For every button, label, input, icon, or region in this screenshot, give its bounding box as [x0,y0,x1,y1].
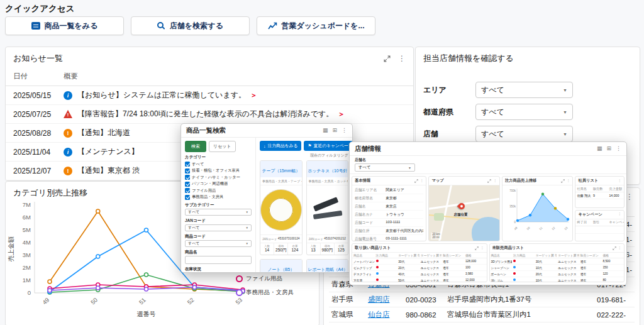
field-value: 関東エリア [386,187,404,193]
window-titlebar[interactable]: 商品一覧検索 ▦ ⊞ ⋮ [181,124,352,138]
grid-icon[interactable]: ▦ [597,146,602,151]
legend-item[interactable]: ファイル用品 [236,275,319,282]
menu-icon[interactable]: ⋮ [420,179,424,183]
product-card[interactable]: ノート（B5）事務用品・文房具・ノート・メモ [260,259,303,272]
checkbox-checked-icon[interactable] [185,168,190,174]
store-select[interactable]: すべて ▼ [475,126,573,142]
store-row[interactable]: 秋田県秋田店010-0951秋田県秋田市千秋公園 1018-888- [329,322,635,325]
menu-icon[interactable]: ⋮ [616,146,621,151]
menu-icon[interactable]: ⋮ [480,246,484,250]
menu-icon[interactable]: ⋮ [493,179,497,183]
expand-icon [414,179,418,183]
cell: ユニセックス [557,271,579,277]
search-button[interactable]: 検索 [185,141,206,152]
product-row[interactable]: シャープペン10代ユニセックス通年150 [490,265,625,271]
category-checkbox-row[interactable]: すべて [185,162,252,167]
stat-value: 125 [335,248,348,252]
product-row[interactable]: 消しゴム10代ユニセックス通年80 [490,277,625,283]
column-header: 商品名 [352,253,375,258]
notice-row[interactable]: 2025/07/25!【障害報告】7/24 18:00頃に発生した軽微な表示の不… [6,105,413,124]
store-row[interactable]: 岩手県盛岡店020-0023岩手県盛岡市内丸1番37号019-681- [329,292,635,307]
category-checkbox-row[interactable]: 事務用品・文房具 [185,194,252,200]
category-checkbox-row[interactable]: パソコン・周辺機器 [185,181,252,187]
notice-row[interactable]: 2025/05/15i【お知らせ】システムは正常に稼働しています。＞ [6,86,413,105]
checkbox-checked-icon[interactable] [185,182,190,187]
cell: 40代 [397,271,419,277]
checkbox-checked-icon[interactable] [185,175,190,180]
view-focus-products-button[interactable]: ↓ 注力商品をみる [260,141,301,151]
notice-link-arrow[interactable]: ＞ [338,109,345,119]
menu-icon[interactable]: ⋮ [618,179,622,183]
map-canvas[interactable]: 店舗位置 20 km 20 mi [429,185,499,241]
panel-title: 未販売商品リスト [492,245,525,251]
employee-row[interactable]: 佐藤 翔太914,000 [575,192,624,199]
product-code-select[interactable]: すべて▼ [185,240,252,247]
notice-link-arrow[interactable]: ＞ [250,91,257,100]
menu-icon[interactable]: ⋮ [618,246,622,250]
reset-button[interactable]: リセット [209,141,236,152]
product-link[interactable]: ホッチキス（10号針） [308,168,349,173]
add-panel-icon[interactable]: ⊞ [606,146,611,151]
product-row[interactable]: ボールペン20代ユニセックス通年120 [490,271,625,277]
cell [592,233,608,241]
product-row[interactable]: ゼムクリップ20代ユニセックス通年100 [352,265,487,271]
product-image [307,185,348,234]
category-checkbox-row[interactable]: ナイフ・ハサミ・カッター [185,175,252,180]
prefecture-select[interactable]: すべて ▼ [475,104,573,120]
menu-icon[interactable]: ⋮ [618,212,622,216]
checkbox-checked-icon[interactable] [185,162,190,167]
product-category: 事務用品・文房具・ホッチキス [307,177,348,185]
address-cell: 宮城県仙台市青葉区川内1 [445,307,594,322]
expand-icon[interactable] [384,55,391,62]
product-row[interactable]: 万年筆50代ユニセックス通年12,000 [352,277,487,283]
chevron-down-icon: ▼ [246,226,248,229]
product-link[interactable]: ノート（B5） [267,267,294,272]
red-dot-icon [513,260,516,262]
product-link[interactable]: レポート用紙（A4） [308,267,348,272]
store-link[interactable]: 盛岡店 [368,295,390,303]
product-row[interactable]: デスクライト40代ユニセックス通年3,980 [352,271,487,277]
store-row[interactable]: 宮城県仙台店980-0862宮城県仙台市青葉区川内1022-222- [329,307,635,322]
search-stores-button[interactable]: 店舗を検索する [131,16,250,35]
checkbox-checked-icon[interactable] [185,188,190,193]
product-card[interactable]: ホッチキス（10号針）事務用品・文房具・ホッチキスJANコード453107420… [306,160,349,255]
category-checkbox-row[interactable]: 接着・梱包・オフィス家具 [185,168,252,174]
product-link[interactable]: テープ（15mm幅） [262,168,300,173]
legend-item[interactable]: 事務用品・文房具 [236,289,319,296]
product-card[interactable]: テープ（15mm幅）事務用品・文房具・テープ・のりJANコード453107310… [260,160,303,255]
checkbox-checked-icon[interactable] [185,195,190,200]
area-select[interactable]: すべて ▼ [475,82,573,98]
sales-dashboard-button[interactable]: 営業ダッシュボードを... [257,16,375,35]
field-value: 東京店 [386,204,396,209]
subcategory-select[interactable]: すべて▼ [185,209,252,216]
store-info-window: 店舗情報 ▦ ⊞ ⋮ 店舗名 すべて ▼ 基本情報 ⋮ 店舗エリア名関東エリア都… [349,141,627,285]
column-header: ターゲット層 性別 [419,253,442,258]
product-name-cell: 万年筆 [352,277,375,283]
store-filter-label: 店舗 [423,129,475,140]
cell: 14,000 [608,192,624,199]
product-card[interactable]: レポート用紙（A4）事務用品・文房具・ノート・メモ [306,259,349,272]
menu-icon[interactable]: ⋮ [567,179,570,183]
add-panel-icon[interactable]: ⊞ [332,128,337,133]
filter-row-prefecture: 都道府県 すべて ▼ [423,104,632,120]
address-cell: 秋田県秋田市千秋公園 1 [445,322,594,325]
store-link[interactable]: 仙台店 [368,311,390,318]
svg-text:0: 0 [514,221,516,224]
grid-icon[interactable]: ▦ [323,128,328,133]
cell [608,226,624,233]
product-name-input[interactable] [185,256,252,264]
svg-text:5M: 5M [23,226,31,233]
menu-icon[interactable]: ⋮ [398,55,406,62]
window-titlebar[interactable]: 店舗情報 ▦ ⊞ ⋮ [350,142,626,156]
category-checkbox-row[interactable]: ファイル用品 [185,188,252,194]
product-card-grid: テープ（15mm幅）事務用品・文房具・テープ・のりJANコード453107310… [260,160,348,272]
product-row[interactable]: ノートパソコン30代ユニセックス通年128,000 [352,258,487,265]
map-park [434,213,444,221]
view-products-button[interactable]: 商品一覧をみる [5,16,124,35]
product-row[interactable]: 3Dプリンタ用素材30代ユニセックス通年8,500 [490,258,625,265]
recent-campaign-button[interactable]: ⚑ 直近のキャンペーン… [304,141,352,151]
store-name-select[interactable]: すべて ▼ [355,163,415,172]
expand-icon [475,246,479,250]
menu-icon[interactable]: ⋮ [341,128,347,133]
jan-code-select[interactable]: すべて▼ [185,224,252,231]
